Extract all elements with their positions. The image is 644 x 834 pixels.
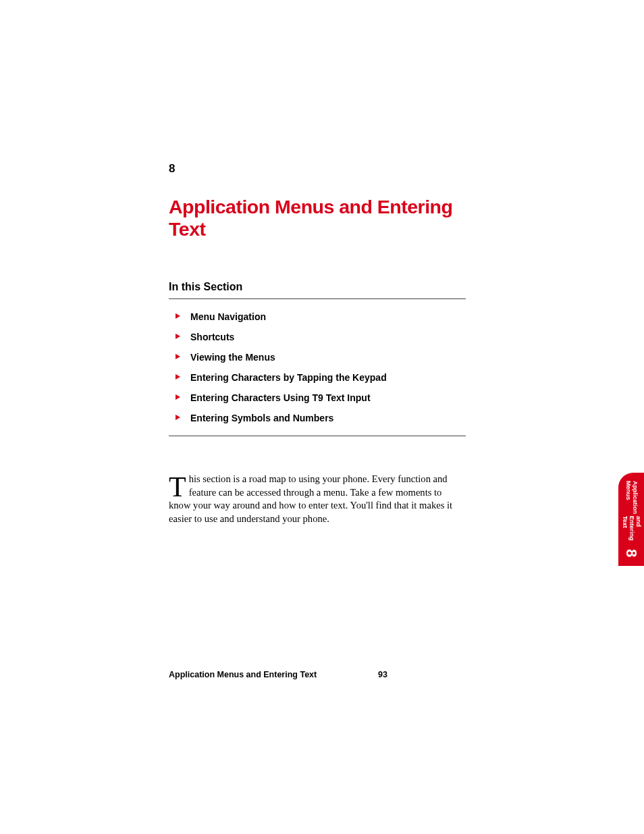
toc-item-label: Entering Characters Using T9 Text Input — [190, 392, 371, 403]
toc-item[interactable]: Entering Characters by Tapping the Keypa… — [176, 372, 466, 383]
toc-item[interactable]: Menu Navigation — [176, 311, 466, 322]
toc-item[interactable]: Entering Characters Using T9 Text Input — [176, 392, 466, 403]
footer-page-number: 93 — [378, 670, 387, 679]
body-paragraph: This section is a road map to using your… — [169, 473, 466, 526]
bullet-icon — [176, 394, 180, 400]
footer-label: Application Menus and Entering Text — [169, 670, 317, 679]
bullet-icon — [176, 334, 180, 339]
page-footer: Application Menus and Entering Text 93 — [169, 670, 466, 679]
toc-item[interactable]: Viewing the Menus — [176, 352, 466, 363]
bullet-icon — [176, 374, 180, 380]
section-heading: In this Section — [169, 281, 466, 299]
side-tab-number: 8 — [622, 540, 640, 566]
bullet-icon — [176, 415, 180, 420]
chapter-number: 8 — [169, 162, 466, 176]
dropcap: T — [169, 473, 189, 498]
side-tab-text: Application Menus and Entering Text — [618, 478, 644, 545]
toc-item-label: Entering Characters by Tapping the Keypa… — [190, 372, 387, 383]
chapter-title: Application Menus and Entering Text — [169, 196, 466, 240]
toc-item-label: Menu Navigation — [190, 311, 266, 322]
page-content: 8 Application Menus and Entering Text In… — [169, 162, 466, 526]
side-tab: Application Menus and Entering Text 8 — [618, 473, 644, 566]
side-tab-line1: Application Menus — [624, 481, 638, 514]
section-toc: Menu Navigation Shortcuts Viewing the Me… — [169, 311, 466, 436]
bullet-icon — [176, 313, 180, 319]
toc-item-label: Viewing the Menus — [190, 352, 275, 363]
toc-item-label: Shortcuts — [190, 332, 234, 342]
toc-item-label: Entering Symbols and Numbers — [190, 413, 333, 423]
body-text: his section is a road map to using your … — [169, 473, 452, 524]
bullet-icon — [176, 354, 180, 359]
toc-item[interactable]: Entering Symbols and Numbers — [176, 413, 466, 423]
toc-item[interactable]: Shortcuts — [176, 332, 466, 342]
